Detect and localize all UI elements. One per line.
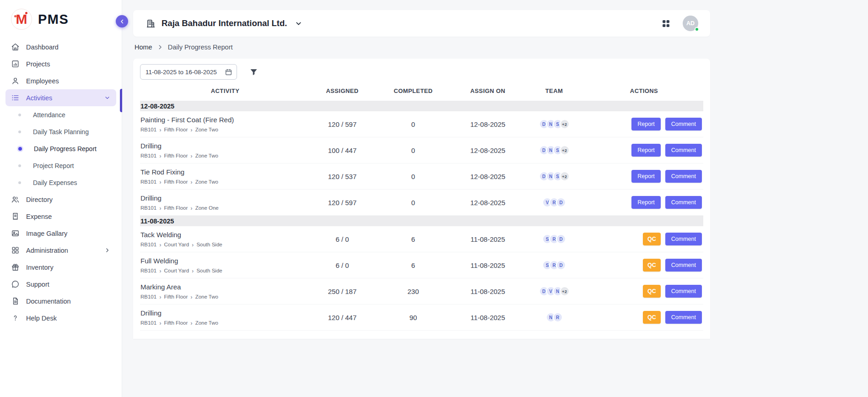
sidebar-nav: DashboardProjectsEmployeesActivitiesAtte… [0,38,122,326]
users-icon [11,195,20,204]
sidebar-subitem-label: Daily Expenses [33,179,77,186]
chevron-separator-icon: › [159,320,161,326]
bullet-icon [18,131,21,133]
bullet-icon [18,147,22,151]
chevron-separator-icon: › [159,179,161,185]
path-segment: RB101 [140,242,156,247]
main-content: Raja Bahadur International Ltd. AD Home … [122,0,868,339]
company-selector[interactable]: Raja Bahadur International Ltd. [146,18,302,28]
comment-button[interactable]: Comment [665,285,702,298]
activity-breadcrumb: RB101›Fifth Floor›Zone Two [140,294,310,300]
activity-cell: Painting - First Coat (Fire Red)RB101›Fi… [140,116,310,133]
sidebar-subitem-project-report[interactable]: Project Report [5,157,116,174]
sidebar-item-help-desk[interactable]: Help Desk [5,310,116,326]
assigned-cell: 100 / 447 [310,147,374,154]
funnel-icon[interactable] [249,68,258,76]
team-cell: DVN+2 [523,286,585,296]
comment-button[interactable]: Comment [665,170,702,183]
apps-grid-icon[interactable] [661,19,671,28]
sidebar-item-documentation[interactable]: Documentation [5,293,116,310]
sidebar-subitem-attendance[interactable]: Attendance [5,106,116,123]
brand: M PMS [0,0,122,38]
logo-letter: M [16,12,27,26]
activity-cell: Tack WeldingRB101›Court Yard›South Side [140,231,310,248]
date-group-header: 12-08-2025 [140,101,703,111]
chevron-separator-icon: › [192,268,194,274]
sidebar-subitem-daily-progress-report[interactable]: Daily Progress Report [5,140,116,157]
group-date-label: 11-08-2025 [140,218,174,225]
sidebar-submenu: AttendanceDaily Task PlanningDaily Progr… [5,106,116,191]
assigned-cell: 250 / 187 [310,288,374,295]
report-button[interactable]: Report [631,118,661,131]
team-cell: DNS+2 [523,145,585,155]
home-icon [11,43,20,51]
activity-name: Drilling [140,309,310,317]
sidebar-item-expense[interactable]: Expense [5,208,116,225]
sidebar-collapse-button[interactable] [116,15,128,27]
sidebar-item-dashboard[interactable]: Dashboard [5,38,116,55]
path-segment: Fifth Floor [164,127,188,132]
qc-button[interactable]: QC [643,233,661,245]
completed-cell: 6 [374,261,452,269]
sidebar-item-inventory[interactable]: Inventory [5,259,116,276]
comment-button[interactable]: Comment [665,311,702,324]
sidebar-subitem-daily-expenses[interactable]: Daily Expenses [5,174,116,191]
comment-button[interactable]: Comment [665,259,702,272]
report-button[interactable]: Report [631,196,661,209]
path-segment: Zone One [195,205,219,211]
path-segment: RB101 [140,320,156,326]
sidebar-subitem-daily-task-planning[interactable]: Daily Task Planning [5,123,116,140]
topbar: Raja Bahadur International Ltd. AD [133,10,710,37]
report-button[interactable]: Report [631,144,661,157]
completed-cell: 0 [374,173,452,180]
activity-breadcrumb: RB101›Fifth Floor›Zone Two [140,320,310,326]
sidebar-item-label: Help Desk [26,315,57,322]
team-member-avatar: R [553,312,563,322]
chevron-separator-icon: › [159,127,161,133]
activity-name: Marking Area [140,283,310,291]
team-avatars: DVN+2 [539,286,570,296]
team-extra-badge: +2 [560,119,570,129]
chevron-separator-icon: › [190,294,192,300]
breadcrumb-home[interactable]: Home [135,44,152,51]
chevron-separator-icon: › [190,205,192,211]
qc-button[interactable]: QC [643,311,661,324]
activity-name: Tack Welding [140,231,310,239]
sidebar-item-administration[interactable]: Administration [5,242,116,259]
comment-button[interactable]: Comment [665,196,702,209]
chevron-right-icon [104,247,111,254]
chevron-down-icon [104,94,111,101]
sidebar-item-label: Support [26,281,49,288]
comment-button[interactable]: Comment [665,144,702,157]
comment-button[interactable]: Comment [665,118,702,131]
path-segment: Zone Two [195,153,218,158]
sidebar-subitem-label: Project Report [33,162,74,169]
report-button[interactable]: Report [631,170,661,183]
team-avatars: DNS+2 [539,171,570,181]
sidebar-item-employees[interactable]: Employees [5,72,116,89]
sidebar-item-directory[interactable]: Directory [5,191,116,208]
sidebar-item-activities[interactable]: Activities [5,89,116,106]
path-segment: RB101 [140,127,156,132]
group-date-label: 12-08-2025 [140,103,174,110]
table-row: Marking AreaRB101›Fifth Floor›Zone Two25… [140,278,703,305]
comment-button[interactable]: Comment [665,233,702,245]
actions-cell: QCComment [585,285,703,298]
date-range-picker[interactable]: 11-08-2025 to 16-08-2025 [140,64,237,80]
calendar-icon[interactable] [225,68,232,76]
assign-on-cell: 11-08-2025 [452,235,523,243]
sidebar-item-image-gallary[interactable]: Image Gallary [5,225,116,242]
sidebar-item-support[interactable]: Support [5,276,116,293]
activity-name: Tie Rod Fixing [140,168,310,176]
user-icon [11,76,20,85]
actions-cell: ReportComment [585,196,703,209]
sidebar-item-projects[interactable]: Projects [5,55,116,72]
qc-button[interactable]: QC [643,285,661,298]
column-header-assign-on: ASSIGN ON [452,87,523,94]
qc-button[interactable]: QC [643,259,661,272]
grid-icon [11,246,20,255]
column-header-team: TEAM [523,87,585,94]
sidebar-item-label: Expense [26,213,52,220]
team-avatars: DNS+2 [539,119,570,129]
user-avatar[interactable]: AD [683,16,698,31]
